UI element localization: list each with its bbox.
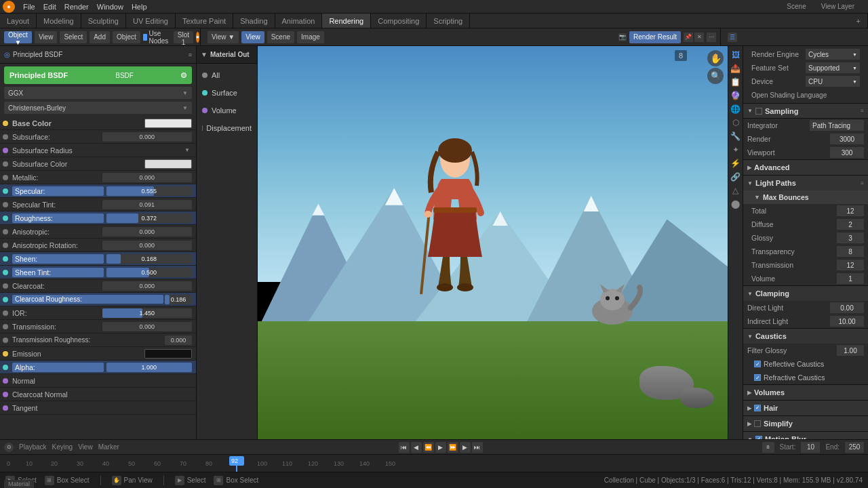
transmission-row[interactable]: Transmission: 0.000 [0, 320, 196, 333]
clearcoat-row[interactable]: Clearcoat: 0.000 [0, 279, 196, 293]
specular-tint-slider[interactable]: 0.091 [102, 200, 193, 209]
anisotropic-rotation-slider[interactable]: 0.000 [102, 241, 193, 250]
clearcoat-roughness-row[interactable]: Clearcoat Roughness: 0.186 [0, 293, 196, 306]
object-btn[interactable]: Object [113, 31, 140, 43]
modifier-props-icon[interactable]: 🔧 [730, 130, 742, 142]
viewport-cam-btn[interactable]: View [241, 31, 264, 43]
metallic-row[interactable]: Metallic: 0.000 [0, 171, 196, 184]
ggx-dropdown[interactable]: GGX ▼ [4, 87, 192, 99]
sampling-header[interactable]: ▼ Sampling ≡ [743, 104, 868, 119]
frame-type-icon[interactable]: ⊙ [4, 443, 14, 452]
object-props-icon[interactable]: ⬡ [730, 117, 742, 129]
transmission-bounces-input[interactable]: 12 [837, 260, 864, 270]
jump-start-btn[interactable]: ⏮ [399, 442, 410, 453]
marker-btn[interactable]: Marker [98, 443, 119, 451]
material-props-icon[interactable]: ⬤ [730, 198, 742, 210]
end-frame-input[interactable]: 250 [845, 442, 864, 453]
light-paths-list-icon[interactable]: ≡ [861, 180, 864, 186]
prev-frame-btn[interactable]: ⏪ [423, 442, 434, 453]
base-color-swatch[interactable] [144, 119, 192, 128]
anisotropic-rotation-row[interactable]: Anisotropic Rotation: 0.000 [0, 239, 196, 252]
tab-uv-editing[interactable]: UV Editing [126, 14, 176, 28]
connector-all[interactable]: All [197, 66, 257, 84]
glossy-input[interactable]: 3 [837, 232, 864, 243]
indirect-light-input[interactable]: 10.00 [830, 316, 864, 327]
advanced-header[interactable]: ▶ Advanced [743, 160, 868, 175]
simplify-header[interactable]: ▶ Simplify [743, 416, 868, 431]
rr-close-btn[interactable]: ✕ [694, 33, 704, 42]
caustics-header[interactable]: ▼ Caustics [743, 329, 868, 344]
viewport-samples-input[interactable]: 300 [830, 147, 864, 158]
menu-help[interactable]: Help [127, 3, 151, 11]
tab-add[interactable]: + [850, 14, 868, 28]
render-result-btn[interactable]: Render Result [629, 31, 681, 43]
anisotropic-row[interactable]: Anisotropic: 0.000 [0, 225, 196, 239]
select2-icon-btn[interactable]: ▶ [175, 476, 184, 485]
world-props-icon[interactable]: 🌐 [730, 103, 742, 115]
specular-slider[interactable]: 0.555 [106, 186, 193, 196]
physics-props-icon[interactable]: ⚡ [730, 157, 742, 169]
hair-cb[interactable]: ✓ [754, 405, 761, 411]
select-btn[interactable]: Select [60, 31, 87, 43]
metallic-slider[interactable]: 0.000 [102, 173, 193, 182]
specular-row[interactable]: Specular: 0.555 [0, 184, 196, 198]
menu-render[interactable]: Render [60, 3, 93, 11]
clearcoat-roughness-slider[interactable]: 0.186 [165, 295, 192, 304]
bsdf-node-header[interactable]: Principled BSDF BSDF [4, 66, 192, 84]
clearcoat-normal-row[interactable]: Clearcoat Normal [0, 388, 196, 401]
direct-light-input[interactable]: 0.00 [830, 302, 864, 313]
sampling-list-icon[interactable]: ≡ [861, 108, 864, 114]
view-layer-props-icon[interactable]: 📋 [730, 76, 742, 88]
tab-shading[interactable]: Shading [233, 14, 275, 28]
slot-btn[interactable]: Slot 1 [174, 31, 193, 43]
transparency-input[interactable]: 8 [837, 246, 864, 257]
menu-file[interactable]: File [19, 3, 39, 11]
tab-animation[interactable]: Animation [275, 14, 323, 28]
alpha-slider[interactable]: 1.000 [106, 363, 193, 372]
subsurface-row[interactable]: Subsurface: 0.000 [0, 130, 196, 144]
tab-modeling[interactable]: Modeling [37, 14, 81, 28]
clearcoat-slider[interactable]: 0.000 [102, 281, 193, 291]
jump-end-btn[interactable]: ⏭ [472, 442, 483, 453]
normal-row[interactable]: Normal [0, 374, 196, 388]
transmission-roughness-slider[interactable]: 0.000 [165, 336, 192, 345]
volume-bounces-input[interactable]: 1 [837, 273, 864, 284]
frame-indicator[interactable]: 8 [762, 442, 774, 453]
render-props-icon[interactable]: 🖼 [730, 49, 742, 61]
image-btn[interactable]: Image [297, 31, 324, 43]
subsurface-color-row[interactable]: Subsurface Color [0, 157, 196, 171]
tab-layout[interactable]: Layout [0, 14, 37, 28]
render-samples-input[interactable]: 3000 [830, 134, 864, 144]
integrator-select[interactable]: Path Tracing [810, 120, 864, 131]
node-editor-menu[interactable]: ≡ [189, 52, 192, 58]
volumes-header[interactable]: ▶ Volumes [743, 385, 868, 400]
clamping-header[interactable]: ▼ Clamping [743, 286, 868, 301]
emission-row[interactable]: Emission [0, 347, 196, 361]
ior-row[interactable]: IOR: 1.450 [0, 306, 196, 320]
viewport-zoom-icon[interactable]: 🔍 [707, 68, 724, 84]
output-props-icon[interactable]: 📤 [730, 62, 742, 75]
emission-swatch[interactable] [144, 349, 192, 359]
transmission-slider[interactable]: 0.000 [102, 322, 193, 331]
subsurface-radius-row[interactable]: Subsurface Radius ▼ [0, 144, 196, 157]
sheen-tint-row[interactable]: Sheen Tint: 0.500 [0, 266, 196, 279]
data-props-icon[interactable]: △ [730, 184, 742, 197]
transmission-roughness-row[interactable]: Transmission Roughness: 0.000 [0, 333, 196, 347]
connector-surface[interactable]: Surface [197, 84, 257, 102]
next-keyframe-btn[interactable]: ▶ [460, 442, 471, 453]
subsurface-color-swatch[interactable] [144, 159, 192, 169]
sheen-row[interactable]: Sheen: 0.168 [0, 252, 196, 266]
play-btn[interactable]: ▶ [435, 442, 446, 453]
tab-scripting[interactable]: Scripting [427, 14, 470, 28]
viewport-scene-btn[interactable]: Scene [267, 31, 294, 43]
rr-pin-btn[interactable]: 📌 [684, 33, 693, 42]
device-select[interactable]: CPU ▼ [806, 76, 860, 87]
alpha-row[interactable]: Alpha: 1.000 [0, 361, 196, 374]
subsurface-slider[interactable]: 0.000 [102, 132, 193, 142]
hair-header[interactable]: ▶ ✓ Hair [743, 401, 868, 415]
mode-object-btn[interactable]: Object ▼ [4, 31, 32, 43]
start-frame-input[interactable]: 10 [801, 442, 820, 453]
viewport[interactable]: ✋ 🔍 8 [258, 46, 728, 439]
prev-keyframe-btn[interactable]: ◀ [411, 442, 422, 453]
reflective-caustics-cb[interactable]: ✓ [754, 361, 761, 367]
